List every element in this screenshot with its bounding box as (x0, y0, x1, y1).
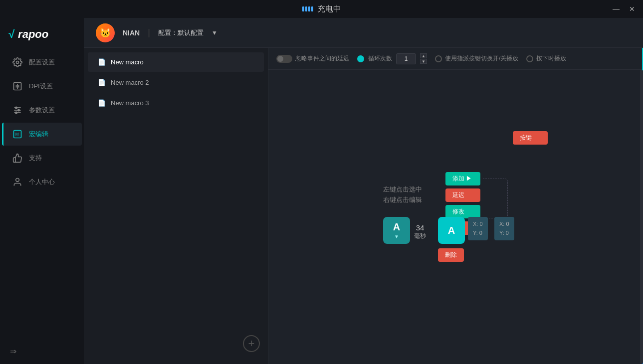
main-content: 📄 New macro 📄 New macro 2 📄 New macro 3 … (84, 48, 643, 364)
macro-item-name-3: New macro 3 (111, 99, 149, 107)
toggle-play-option[interactable]: 使用指派按键切换开/关播放 (435, 54, 518, 63)
title-bar-controls: — ✕ (609, 2, 639, 16)
coord-block-1: X: 0 Y: 0 (468, 217, 488, 240)
macro-item-1[interactable]: 📄 New macro (88, 52, 264, 72)
modify-action-label: 修改 (452, 207, 464, 216)
sidebar-item-macro[interactable]: M 宏编辑 (2, 123, 82, 146)
toggle-play-label: 使用指派按键切换开/关播放 (445, 54, 518, 63)
nav-items: 配置设置 DPI设置 参数设置 M 宏编辑 (0, 51, 84, 339)
title-bar: 充电中 — ✕ (0, 0, 643, 18)
add-action-label: 添加 ▶ (452, 175, 472, 183)
header-separator: | (148, 27, 150, 38)
logo-text: rapoo (18, 28, 48, 41)
sidebar-item-label-profile: 个人中心 (29, 178, 55, 186)
key-action-button[interactable]: 按键 (513, 131, 548, 145)
sidebar-item-label-macro: 宏编辑 (29, 130, 48, 139)
collapse-icon: ⇒ (10, 347, 16, 356)
context-hint: 左键点击选中 右键点击编辑 (383, 184, 422, 205)
coord-block-2: X: 0 Y: 0 (494, 217, 514, 240)
hold-play-label: 按下时播放 (536, 54, 566, 63)
profile-icon (12, 177, 23, 187)
config-icon (12, 57, 23, 68)
app-header: 🐱 NIAN | 配置：默认配置 ▼ (84, 18, 643, 48)
delay-unit: 毫秒 (414, 232, 426, 240)
sidebar-item-params[interactable]: 参数设置 (2, 99, 82, 122)
ignore-delay-toggle[interactable] (276, 55, 292, 63)
key-a-cyan[interactable]: A (438, 217, 465, 244)
macro-list-panel: 📄 New macro 📄 New macro 2 📄 New macro 3 … (84, 48, 268, 364)
add-action-button[interactable]: 添加 ▶ (445, 172, 480, 185)
sidebar-item-label-config: 配置设置 (29, 58, 55, 67)
svg-point-13 (16, 179, 19, 182)
macro-file-icon-1: 📄 (98, 58, 106, 66)
toggle-play-radio[interactable] (435, 55, 442, 62)
key-btn-container: 按键 (513, 131, 548, 145)
close-button[interactable]: ✕ (625, 2, 639, 16)
macro-item-name-2: New macro 2 (111, 79, 149, 86)
params-icon (12, 105, 23, 116)
macro-editor-panel: 忽略事件之间的延迟 循环次数 ▲ ▼ 使用指派按键切换开/关播放 按下时播放 (268, 48, 643, 364)
popup-connector-bracket (483, 179, 508, 218)
loop-count-input[interactable] (396, 53, 416, 64)
macro-item-3[interactable]: 📄 New macro 3 (88, 93, 264, 113)
minimize-button[interactable]: — (609, 2, 623, 16)
loop-spin-up[interactable]: ▲ (420, 53, 427, 58)
loop-count-radio[interactable] (357, 55, 364, 62)
hint-line1: 左键点击选中 (383, 184, 422, 195)
sidebar-collapse-button[interactable]: ⇒ (0, 339, 84, 364)
dpi-icon (12, 81, 23, 92)
hold-play-option[interactable]: 按下时播放 (526, 54, 566, 63)
loop-spinner: ▲ ▼ (420, 53, 427, 64)
config-label: 配置：默认配置 (158, 28, 204, 37)
loop-spin-down[interactable]: ▼ (420, 59, 427, 64)
username-label: NIAN (123, 29, 140, 37)
sidebar-item-support[interactable]: 支持 (2, 147, 82, 170)
title-center: 充电中 (302, 4, 341, 14)
editor-toolbar: 忽略事件之间的延迟 循环次数 ▲ ▼ 使用指派按键切换开/关播放 按下时播放 (268, 48, 643, 70)
loop-count-label: 循环次数 (368, 54, 392, 63)
coord2-y: Y: 0 (499, 229, 509, 238)
delete-button[interactable]: 删除 (438, 248, 464, 262)
macro-file-icon-3: 📄 (98, 99, 106, 107)
macro-item-name-1: New macro (111, 58, 144, 66)
editor-canvas: 左键点击选中 右键点击编辑 按键 添加 ▶ 延迟 (268, 70, 643, 364)
key-delay-display: 34 毫秒 (414, 223, 426, 240)
svg-point-8 (15, 107, 17, 108)
logo-check-icon: √ (8, 28, 14, 41)
add-macro-button[interactable]: + (243, 335, 260, 352)
ignore-delay-option[interactable]: 忽略事件之间的延迟 (276, 54, 349, 63)
add-macro-container: + (84, 335, 268, 360)
delay-value: 34 (416, 223, 425, 232)
sidebar-item-dpi[interactable]: DPI设置 (2, 75, 82, 98)
delay-action-button[interactable]: 延迟 (445, 188, 480, 202)
macro-file-icon-2: 📄 (98, 79, 106, 86)
avatar: 🐱 (96, 23, 115, 42)
battery-icon (302, 6, 313, 11)
sidebar: √ rapoo 配置设置 DPI设置 (0, 18, 84, 364)
key-a-cyan-letter: A (448, 225, 455, 236)
hint-line2: 右键点击编辑 (383, 195, 422, 205)
key-a-teal[interactable]: A ▼ (383, 217, 410, 244)
delay-action-label: 延迟 (452, 191, 464, 199)
battery-label: 充电中 (317, 4, 341, 14)
logo: √ rapoo (0, 23, 84, 51)
sidebar-item-label-params: 参数设置 (29, 106, 55, 115)
macro-item-2[interactable]: 📄 New macro 2 (88, 73, 264, 92)
sidebar-item-profile[interactable]: 个人中心 (2, 171, 82, 193)
key-a-teal-arrow: ▼ (394, 234, 399, 239)
modify-action-button[interactable]: 修改 (445, 205, 480, 218)
support-icon (12, 153, 23, 164)
sidebar-item-label-dpi: DPI设置 (29, 82, 53, 91)
config-dropdown-button[interactable]: ▼ (212, 29, 217, 36)
sidebar-item-config[interactable]: 配置设置 (2, 51, 82, 74)
coord1-y: Y: 0 (473, 229, 483, 238)
loop-count-option[interactable]: 循环次数 ▲ ▼ (357, 53, 427, 64)
editor-scrollbar[interactable] (640, 70, 643, 364)
svg-text:M: M (15, 132, 19, 137)
key-a-teal-letter: A (393, 221, 400, 233)
coord1-x: X: 0 (473, 220, 483, 229)
coord2-x: X: 0 (499, 220, 509, 229)
macro-icon: M (12, 129, 23, 140)
delete-label: 删除 (445, 251, 457, 258)
hold-play-radio[interactable] (526, 55, 533, 62)
